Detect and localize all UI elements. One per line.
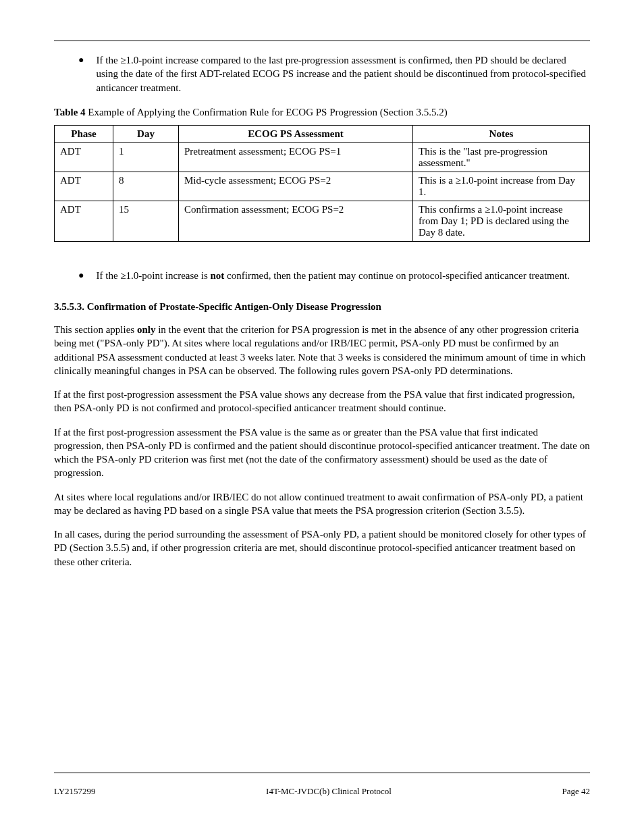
bullet-item-2: ● If the ≥1.0-point increase is not conf… xyxy=(78,269,590,282)
para1-pre: This section applies xyxy=(54,324,137,335)
cell-notes: This is the "last pre-progression assess… xyxy=(413,142,590,172)
cell-notes: This confirms a ≥1.0-point increase from… xyxy=(413,201,590,241)
section-heading: 3.5.5.3. Confirmation of Prostate-Specif… xyxy=(54,301,590,313)
para-5: In all cases, during the period surround… xyxy=(54,527,590,569)
para1-signal: only xyxy=(137,324,156,335)
footer-page: Page 42 xyxy=(562,786,590,797)
bullet2-lead: If the ≥1.0-point increase is xyxy=(96,270,210,281)
table-row: ADT 15 Confirmation assessment; ECOG PS=… xyxy=(55,201,590,241)
footer-right: I4T-MC-JVDC(b) Clinical Protocol xyxy=(266,786,392,797)
cell-phase: ADT xyxy=(55,201,113,241)
bullet-item-1: ● If the ≥1.0-point increase compared to… xyxy=(78,53,590,95)
footer-left: LY2157299 xyxy=(54,786,96,797)
page: ● If the ≥1.0-point increase compared to… xyxy=(0,0,644,834)
bullet-1-text: If the ≥1.0-point increase compared to t… xyxy=(96,53,590,95)
footer: LY2157299 I4T-MC-JVDC(b) Clinical Protoc… xyxy=(54,786,590,797)
table-header-row: Phase Day ECOG PS Assessment Notes xyxy=(55,125,590,142)
table-label: Table 4 xyxy=(54,107,86,118)
bullet2-tail: confirmed, then the patient may continue… xyxy=(224,270,569,281)
table-row: ADT 1 Pretreatment assessment; ECOG PS=1… xyxy=(55,142,590,172)
table-row: ADT 8 Mid-cycle assessment; ECOG PS=2 Th… xyxy=(55,172,590,201)
table-caption: Table 4 Example of Applying the Confirma… xyxy=(54,107,590,118)
cell-day: 8 xyxy=(113,172,179,201)
ecog-table: Phase Day ECOG PS Assessment Notes ADT 1… xyxy=(54,125,590,242)
para-1: This section applies only in the event t… xyxy=(54,323,590,377)
para-2: If at the first post-progression assessm… xyxy=(54,388,590,415)
cell-day: 1 xyxy=(113,142,179,172)
table-caption-body: Example of Applying the Confirmation Rul… xyxy=(88,107,447,118)
cell-phase: ADT xyxy=(55,142,113,172)
col-assess: ECOG PS Assessment xyxy=(179,125,413,142)
para-3: If at the first post-progression assessm… xyxy=(54,425,590,480)
bullet-icon: ● xyxy=(78,53,84,95)
cell-day: 15 xyxy=(113,201,179,241)
cell-phase: ADT xyxy=(55,172,113,201)
bullet-2-text: If the ≥1.0-point increase is not confir… xyxy=(96,269,569,282)
bottom-rule xyxy=(54,773,590,773)
col-day: Day xyxy=(113,125,179,142)
col-phase: Phase xyxy=(55,125,113,142)
cell-assess: Confirmation assessment; ECOG PS=2 xyxy=(179,201,413,241)
col-notes: Notes xyxy=(413,125,590,142)
cell-notes: This is a ≥1.0-point increase from Day 1… xyxy=(413,172,590,201)
para-4: At sites where local regulations and/or … xyxy=(54,490,590,518)
bullet2-signal: not xyxy=(210,270,224,281)
bullet-icon: ● xyxy=(78,269,84,282)
cell-assess: Mid-cycle assessment; ECOG PS=2 xyxy=(179,172,413,201)
cell-assess: Pretreatment assessment; ECOG PS=1 xyxy=(179,142,413,172)
top-rule xyxy=(54,41,590,41)
spacer xyxy=(54,242,590,269)
